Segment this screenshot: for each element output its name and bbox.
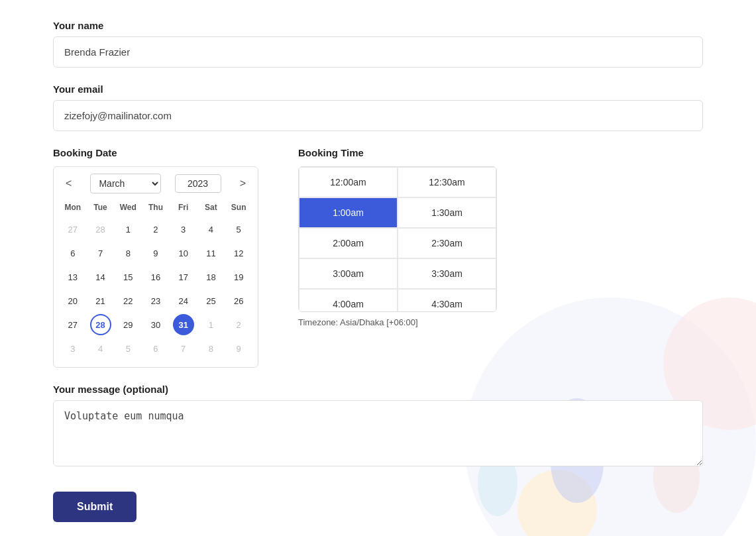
message-field-group: Your message (optional) Voluptate eum nu…: [53, 384, 703, 469]
name-label: Your name: [53, 20, 703, 31]
time-row: 12:00am12:30am: [299, 167, 496, 197]
weekday-mon: Mon: [59, 200, 87, 215]
time-slot[interactable]: 12:30am: [398, 167, 496, 197]
date-time-row: Booking Date < January February March Ap…: [53, 147, 703, 368]
submit-button[interactable]: Submit: [53, 492, 136, 522]
calendar-day[interactable]: 13: [62, 266, 83, 288]
calendar-weekdays: Mon Tue Wed Thu Fri Sat Sun: [59, 200, 252, 215]
calendar-day[interactable]: 26: [228, 290, 249, 311]
weekday-tue: Tue: [87, 200, 115, 215]
calendar-day: 1: [200, 314, 221, 335]
message-input[interactable]: Voluptate eum numqua: [53, 400, 703, 466]
prev-month-button[interactable]: <: [60, 176, 77, 191]
calendar-day[interactable]: 21: [90, 290, 111, 311]
weekday-wed: Wed: [114, 200, 142, 215]
calendar-day[interactable]: 29: [117, 314, 138, 335]
calendar-day[interactable]: 25: [200, 290, 221, 311]
next-month-button[interactable]: >: [235, 176, 251, 191]
weekday-fri: Fri: [170, 200, 197, 215]
calendar-day[interactable]: 5: [228, 219, 249, 240]
calendar-day: 3: [62, 338, 83, 359]
calendar-day: 7: [173, 338, 194, 359]
calendar: < January February March April May June …: [53, 166, 258, 368]
calendar-day[interactable]: 12: [228, 242, 249, 264]
calendar-day: 9: [228, 338, 249, 359]
time-slot[interactable]: 3:30am: [398, 258, 496, 289]
calendar-day: 27: [62, 219, 83, 240]
calendar-day: 6: [145, 338, 166, 359]
calendar-day[interactable]: 17: [173, 266, 194, 288]
calendar-day[interactable]: 3: [173, 219, 194, 240]
email-input[interactable]: [53, 100, 703, 131]
booking-date-section: Booking Date < January February March Ap…: [53, 147, 258, 368]
time-slot[interactable]: 2:30am: [398, 228, 496, 258]
calendar-day[interactable]: 15: [117, 266, 138, 288]
booking-time-section: Booking Time 12:00am12:30am1:00am1:30am2…: [298, 147, 497, 327]
calendar-day: 8: [200, 338, 221, 359]
calendar-day[interactable]: 4: [200, 219, 221, 240]
year-input[interactable]: [175, 174, 221, 193]
calendar-day[interactable]: 31: [173, 314, 194, 335]
calendar-days: 2728123456789101112131415161718192021222…: [59, 217, 252, 360]
calendar-day: 4: [90, 338, 111, 359]
time-slot[interactable]: 4:30am: [398, 289, 496, 312]
calendar-day[interactable]: 28: [90, 314, 111, 335]
calendar-day[interactable]: 16: [145, 266, 166, 288]
calendar-day[interactable]: 23: [145, 290, 166, 311]
time-row: 1:00am1:30am: [299, 197, 496, 228]
time-picker[interactable]: 12:00am12:30am1:00am1:30am2:00am2:30am3:…: [298, 166, 497, 312]
calendar-day[interactable]: 19: [228, 266, 249, 288]
calendar-day[interactable]: 22: [117, 290, 138, 311]
booking-date-label: Booking Date: [53, 147, 258, 158]
calendar-day[interactable]: 7: [90, 242, 111, 264]
weekday-sun: Sun: [225, 200, 252, 215]
calendar-day[interactable]: 11: [200, 242, 221, 264]
calendar-day[interactable]: 27: [62, 314, 83, 335]
email-field-group: Your email: [53, 83, 703, 131]
calendar-day[interactable]: 10: [173, 242, 194, 264]
weekday-thu: Thu: [142, 200, 170, 215]
calendar-day[interactable]: 8: [117, 242, 138, 264]
time-slot[interactable]: 12:00am: [299, 167, 398, 197]
calendar-day[interactable]: 2: [145, 219, 166, 240]
calendar-day[interactable]: 18: [200, 266, 221, 288]
message-label: Your message (optional): [53, 384, 703, 395]
calendar-day[interactable]: 14: [90, 266, 111, 288]
calendar-header: < January February March April May June …: [54, 167, 258, 200]
calendar-day: 28: [90, 219, 111, 240]
weekday-sat: Sat: [197, 200, 225, 215]
time-slot[interactable]: 1:30am: [398, 197, 496, 228]
calendar-day[interactable]: 9: [145, 242, 166, 264]
calendar-day[interactable]: 20: [62, 290, 83, 311]
calendar-day: 5: [117, 338, 138, 359]
time-slot[interactable]: 3:00am: [299, 258, 398, 289]
timezone-label: Timezone: Asia/Dhaka [+06:00]: [298, 317, 497, 327]
booking-time-label: Booking Time: [298, 147, 497, 158]
time-row: 2:00am2:30am: [299, 228, 496, 258]
name-field-group: Your name: [53, 20, 703, 68]
calendar-day[interactable]: 1: [117, 219, 138, 240]
email-label: Your email: [53, 83, 703, 95]
time-row: 4:00am4:30am: [299, 289, 496, 312]
time-slot[interactable]: 2:00am: [299, 228, 398, 258]
calendar-day[interactable]: 30: [145, 314, 166, 335]
time-slot[interactable]: 1:00am: [299, 197, 398, 228]
time-slot[interactable]: 4:00am: [299, 289, 398, 312]
booking-form: Your name Your email Booking Date < Janu…: [53, 20, 703, 522]
time-row: 3:00am3:30am: [299, 258, 496, 289]
calendar-day: 2: [228, 314, 249, 335]
name-input[interactable]: [53, 36, 703, 68]
calendar-day[interactable]: 24: [173, 290, 194, 311]
month-select[interactable]: January February March April May June Ju…: [90, 174, 161, 193]
calendar-grid: Mon Tue Wed Thu Fri Sat Sun 272812345678…: [54, 200, 258, 367]
calendar-day[interactable]: 6: [62, 242, 83, 264]
